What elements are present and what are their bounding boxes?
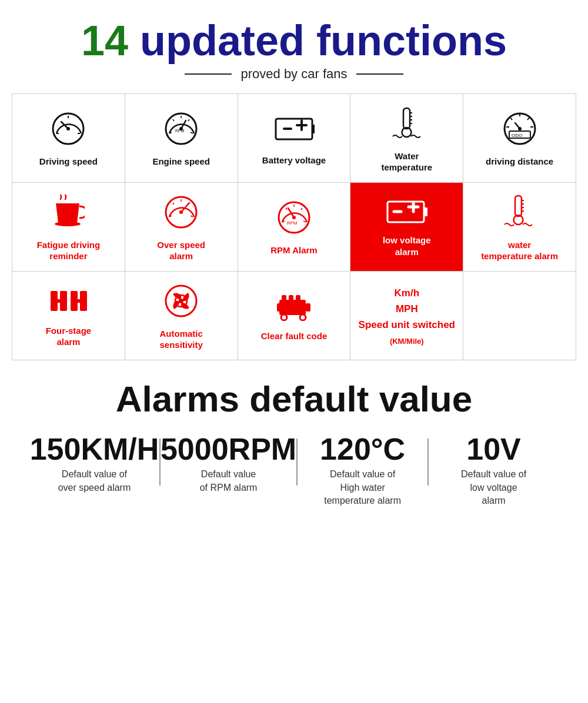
battery-icon bbox=[273, 113, 315, 150]
title-fu: fu bbox=[316, 17, 356, 64]
alarm-desc-speed: Default value ofover speed alarm bbox=[29, 468, 159, 494]
svg-rect-76 bbox=[289, 295, 293, 301]
alarm-value-voltage: 10V bbox=[429, 434, 559, 464]
svg-rect-67 bbox=[51, 299, 67, 303]
alarm-value-speed: 150KM/H bbox=[29, 434, 159, 464]
svg-rect-70 bbox=[71, 299, 87, 303]
svg-point-80 bbox=[281, 314, 287, 320]
title-number: 14 bbox=[81, 17, 128, 64]
speedometer-outline-icon bbox=[51, 111, 86, 151]
title-updated: updated bbox=[140, 17, 305, 64]
cell-auto-sensitivity: Automaticsensitivity bbox=[125, 272, 238, 360]
svg-line-10 bbox=[191, 132, 193, 133]
svg-text:RPM: RPM bbox=[287, 220, 298, 226]
svg-line-12 bbox=[173, 119, 174, 121]
cell-water-temp-alarm: watertemperature alarm bbox=[463, 183, 576, 271]
header: 14 updated functions proved by car fans bbox=[12, 18, 576, 82]
cell-driving-distance: ODO driving distance bbox=[463, 94, 576, 182]
grid-row-2: Fatigue drivingreminder bbox=[12, 182, 576, 271]
svg-rect-75 bbox=[282, 295, 286, 301]
cell-four-stage-alarm-label: Four-stagealarm bbox=[46, 325, 92, 348]
alarm-item-rpm: 5000RPM Default valueof RPM alarm bbox=[161, 434, 296, 494]
cell-rpm-alarm-label: RPM Alarm bbox=[270, 245, 317, 256]
cell-battery-voltage: Battery voltage bbox=[238, 94, 351, 182]
cell-speed-unit-label: Km/hMPHSpeed unit switched(KM/Mile) bbox=[359, 285, 455, 349]
svg-line-13 bbox=[188, 119, 189, 121]
cell-over-speed-alarm-label: Over speedalarm bbox=[157, 239, 205, 262]
four-stage-icon bbox=[49, 286, 88, 320]
svg-rect-55 bbox=[425, 207, 427, 216]
alarm-item-voltage: 10V Default value oflow voltagealarm bbox=[429, 434, 559, 507]
svg-point-39 bbox=[179, 210, 183, 214]
thermometer-water-icon bbox=[390, 106, 423, 146]
svg-rect-74 bbox=[279, 300, 306, 315]
speedometer-alarm-icon bbox=[163, 195, 199, 235]
svg-rect-78 bbox=[277, 303, 282, 312]
svg-line-43 bbox=[173, 203, 174, 205]
coffee-cup-icon bbox=[52, 195, 85, 235]
svg-line-49 bbox=[303, 221, 306, 222]
alarm-desc-voltage: Default value oflow voltagealarm bbox=[429, 468, 559, 507]
subtitle: proved by car fans bbox=[12, 66, 576, 82]
cell-over-speed-alarm: Over speedalarm bbox=[125, 183, 238, 271]
alarms-section: Alarms default value 150KM/H Default val… bbox=[12, 378, 576, 507]
svg-line-52 bbox=[301, 208, 302, 210]
engine-red-icon bbox=[273, 292, 315, 326]
cell-clear-fault-code-label: Clear fault code bbox=[261, 330, 328, 342]
grid-row-3: Four-stagealarm Auto bbox=[12, 271, 576, 360]
subtitle-line-right bbox=[356, 73, 403, 75]
title-nctions: nctions bbox=[356, 17, 507, 64]
fan-icon bbox=[163, 283, 199, 323]
svg-line-41 bbox=[191, 216, 193, 217]
svg-point-35 bbox=[518, 127, 522, 130]
page: 14 updated functions proved by car fans bbox=[0, 0, 588, 525]
alarms-title: Alarms default value bbox=[18, 378, 570, 420]
svg-point-47 bbox=[292, 216, 296, 219]
svg-point-2 bbox=[66, 127, 70, 130]
cell-clear-fault-code: Clear fault code bbox=[238, 272, 351, 360]
svg-line-31 bbox=[527, 118, 529, 120]
svg-rect-79 bbox=[306, 303, 310, 312]
svg-rect-15 bbox=[276, 119, 312, 139]
svg-rect-20 bbox=[403, 108, 410, 129]
cell-water-temperature-label: Watertemperature bbox=[381, 150, 432, 173]
cell-engine-speed: RPM Engine speed bbox=[125, 94, 238, 182]
svg-line-51 bbox=[286, 208, 287, 210]
alarm-value-temp: 120°C bbox=[298, 434, 427, 464]
svg-text:ODO: ODO bbox=[512, 133, 522, 138]
cell-low-voltage-alarm: low voltagealarm bbox=[350, 183, 463, 271]
cell-fatigue-driving: Fatigue drivingreminder bbox=[12, 183, 125, 271]
alarm-item-temp: 120°C Default value ofHigh watertemperat… bbox=[298, 434, 427, 507]
svg-line-30 bbox=[510, 118, 512, 120]
alarm-value-rpm: 5000RPM bbox=[161, 434, 296, 464]
cell-four-stage-alarm: Four-stagealarm bbox=[12, 272, 125, 360]
subtitle-text: proved by car fans bbox=[241, 66, 348, 82]
svg-rect-59 bbox=[515, 196, 522, 216]
cell-low-voltage-alarm-label: low voltagealarm bbox=[383, 235, 431, 257]
subtitle-line-left bbox=[185, 73, 232, 75]
battery-red-icon bbox=[386, 199, 427, 230]
thermometer-water-red-icon bbox=[503, 195, 536, 235]
alarms-values: 150KM/H Default value ofover speed alarm… bbox=[18, 434, 570, 507]
alarm-desc-temp: Default value ofHigh watertemperature al… bbox=[298, 468, 427, 507]
cell-battery-voltage-label: Battery voltage bbox=[262, 155, 326, 166]
grid-row-1: Driving speed bbox=[12, 94, 576, 182]
odometer-icon: ODO bbox=[502, 111, 537, 151]
cell-water-temp-alarm-label: watertemperature alarm bbox=[481, 239, 558, 262]
functions-grid: Driving speed bbox=[12, 93, 576, 360]
svg-point-73 bbox=[179, 299, 183, 303]
cell-driving-distance-label: driving distance bbox=[486, 156, 553, 168]
cell-driving-speed: Driving speed bbox=[12, 94, 125, 182]
cell-water-temperature: Watertemperature bbox=[350, 94, 463, 182]
cell-speed-unit: Km/hMPHSpeed unit switched(KM/Mile) bbox=[350, 272, 463, 360]
cell-engine-speed-label: Engine speed bbox=[152, 156, 210, 168]
header-title: 14 updated functions bbox=[12, 18, 576, 64]
cell-fatigue-driving-label: Fatigue drivingreminder bbox=[37, 239, 101, 262]
alarm-item-speed: 150KM/H Default value ofover speed alarm bbox=[29, 434, 159, 494]
cell-empty bbox=[463, 272, 576, 360]
alarm-desc-rpm: Default valueof RPM alarm bbox=[161, 468, 296, 494]
cell-driving-speed-label: Driving speed bbox=[39, 156, 98, 168]
svg-point-81 bbox=[300, 314, 306, 320]
cell-rpm-alarm: RPM RPM Alarm bbox=[238, 183, 351, 271]
engine-speedometer-icon: RPM bbox=[163, 111, 199, 151]
